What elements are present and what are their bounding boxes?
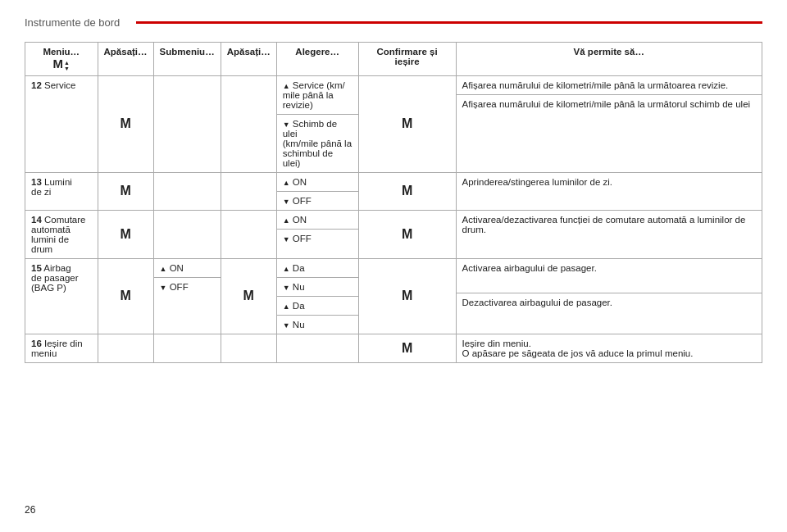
confirmare-14: M bbox=[358, 210, 456, 258]
table-row: 12 Service M Service (km/mile până larev… bbox=[25, 75, 762, 172]
apasati2-16 bbox=[221, 334, 276, 362]
permite-12: Afișarea numărului de kilometri/mile pân… bbox=[456, 75, 762, 172]
submeniu-15: ON OFF bbox=[153, 258, 221, 334]
alegere-12: Service (km/mile până larevizie) Schimb … bbox=[276, 75, 358, 172]
menu-item-14: 14 Comutareautomatălumini de drum bbox=[25, 210, 98, 258]
permite-13: Aprinderea/stingerea luminilor de zi. bbox=[456, 172, 762, 210]
confirmare-13: M bbox=[358, 172, 456, 210]
confirmare-12: M bbox=[358, 75, 456, 172]
menu-item-15: 15 Airbagde pasager(BAG P) bbox=[25, 258, 98, 334]
col-submeniu: Submeniu… bbox=[153, 43, 221, 76]
menu-item-13: 13 Luminide zi bbox=[25, 172, 98, 210]
col-apasati2: Apăsați… bbox=[221, 43, 276, 76]
apasati2-15: M bbox=[221, 258, 276, 334]
alegere-16 bbox=[276, 334, 358, 362]
main-table: Meniu… M▲▼ Apăsați… Submeniu… Apăsați… A… bbox=[25, 42, 762, 363]
col-menu: Meniu… M▲▼ bbox=[25, 43, 98, 76]
apasati2-13 bbox=[221, 172, 276, 210]
confirmare-15: M bbox=[358, 258, 456, 334]
apasati-16 bbox=[98, 334, 153, 362]
col-apasati1: Apăsați… bbox=[98, 43, 153, 76]
permite-15: Activarea airbagului de pasager. Dezacti… bbox=[456, 258, 762, 334]
table-row: 16 Ieșire dinmeniu M Ieșire din meniu.O … bbox=[25, 334, 762, 362]
apasati2-12 bbox=[221, 75, 276, 172]
alegere-13: ON OFF bbox=[276, 172, 358, 210]
permite-16: Ieșire din meniu.O apăsare pe săgeata de… bbox=[456, 334, 762, 362]
apasati-12: M bbox=[98, 75, 153, 172]
red-divider bbox=[136, 21, 762, 24]
table-row: 13 Luminide zi M ON OFF M Aprinderea/sti… bbox=[25, 172, 762, 210]
table-row: 15 Airbagde pasager(BAG P) M ON OFF M Da… bbox=[25, 258, 762, 334]
col-permite: Vă permite să… bbox=[456, 43, 762, 76]
page-title: Instrumente de bord bbox=[25, 16, 120, 29]
m-symbol: M bbox=[53, 57, 64, 70]
apasati-14: M bbox=[98, 210, 153, 258]
alegere-14: ON OFF bbox=[276, 210, 358, 258]
confirmare-16: M bbox=[358, 334, 456, 362]
submeniu-12 bbox=[153, 75, 221, 172]
page-header: Instrumente de bord bbox=[25, 16, 762, 29]
apasati-15: M bbox=[98, 258, 153, 334]
permite-14: Activarea/dezactivarea funcției de comut… bbox=[456, 210, 762, 258]
col-alegere: Alegere… bbox=[276, 43, 358, 76]
alegere-15: Da Nu Da Nu bbox=[276, 258, 358, 334]
submeniu-14 bbox=[153, 210, 221, 258]
submeniu-13 bbox=[153, 172, 221, 210]
menu-item-12: 12 Service bbox=[25, 75, 98, 172]
table-row: 14 Comutareautomatălumini de drum M ON O… bbox=[25, 210, 762, 258]
apasati2-14 bbox=[221, 210, 276, 258]
menu-item-16: 16 Ieșire dinmeniu bbox=[25, 334, 98, 362]
submeniu-16 bbox=[153, 334, 221, 362]
col-confirmare: Confirmare și ieșire bbox=[358, 43, 456, 76]
apasati-13: M bbox=[98, 172, 153, 210]
